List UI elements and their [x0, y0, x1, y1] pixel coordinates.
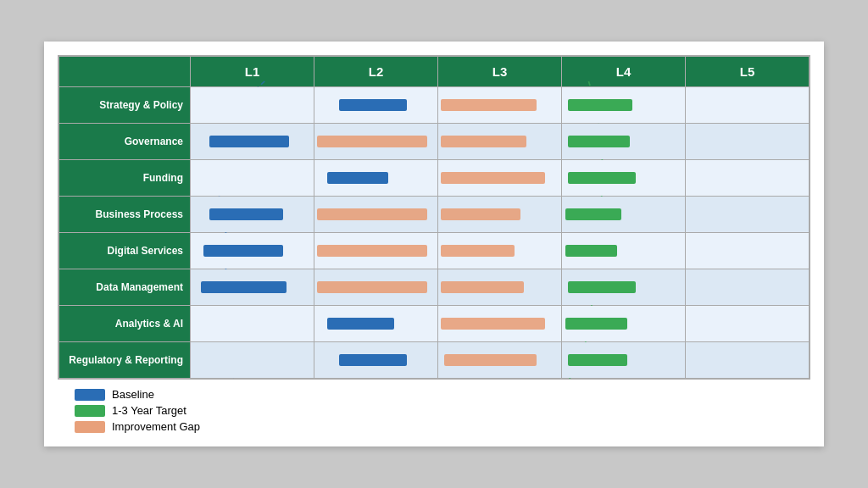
table-row: Funding — [59, 160, 810, 197]
data-cell — [314, 124, 438, 160]
data-cell — [562, 124, 686, 160]
bar-green — [565, 245, 617, 257]
main-card: L1 L2 L3 L4 L5 Strategy & Policy — [44, 42, 824, 446]
data-cell — [438, 160, 562, 197]
row-label: Analytics & AI — [59, 306, 191, 342]
bar-green — [568, 172, 636, 184]
data-cell — [438, 87, 562, 124]
table-row: Business Process — [59, 197, 810, 233]
data-cell — [314, 197, 438, 233]
header-l4: L4 — [562, 57, 686, 87]
bar-blue — [327, 318, 395, 330]
data-cell — [438, 306, 562, 342]
legend-color-blue — [75, 389, 105, 401]
data-cell — [191, 160, 314, 197]
chart-area: L1 L2 L3 L4 L5 Strategy & Policy — [58, 55, 810, 380]
data-cell — [438, 233, 562, 269]
row-label: Funding — [59, 160, 191, 197]
data-cell — [686, 306, 810, 342]
data-cell — [314, 233, 438, 269]
bar-blue — [203, 245, 283, 257]
data-cell — [686, 342, 810, 379]
header-label-col — [59, 57, 191, 87]
data-cell — [191, 233, 314, 269]
data-cell — [686, 197, 810, 233]
bar-green — [568, 281, 636, 293]
legend-item-baseline: Baseline — [75, 388, 810, 401]
data-cell — [314, 160, 438, 197]
bar-orange — [441, 281, 525, 293]
data-cell — [314, 342, 438, 379]
data-cell — [314, 87, 438, 124]
row-label: Data Management — [59, 269, 191, 306]
row-label: Strategy & Policy — [59, 87, 191, 124]
bar-orange — [441, 318, 545, 330]
bar-orange — [444, 354, 537, 366]
row-label: Digital Services — [59, 233, 191, 269]
header-l3: L3 — [438, 57, 562, 87]
data-cell — [191, 124, 314, 160]
data-cell — [562, 87, 686, 124]
bar-blue — [339, 99, 407, 111]
bar-blue — [327, 172, 389, 184]
data-cell — [438, 269, 562, 306]
data-cell — [562, 197, 686, 233]
data-cell — [314, 306, 438, 342]
data-cell — [686, 160, 810, 197]
legend-label-baseline: Baseline — [112, 388, 154, 401]
legend-color-green — [75, 405, 105, 417]
table-row: Analytics & AI — [59, 306, 810, 342]
bar-orange — [317, 281, 428, 293]
data-cell — [562, 306, 686, 342]
bar-orange — [441, 99, 537, 111]
bar-blue — [201, 281, 287, 293]
bar-green — [568, 99, 632, 111]
data-cell — [438, 197, 562, 233]
legend-label-target: 1-3 Year Target — [112, 404, 186, 417]
header-l5: L5 — [686, 57, 810, 87]
legend-item-gap: Improvement Gap — [75, 420, 810, 433]
data-cell — [191, 197, 314, 233]
bar-orange — [317, 136, 428, 147]
row-label: Business Process — [59, 197, 191, 233]
data-cell — [686, 269, 810, 306]
bar-blue — [209, 208, 283, 220]
data-cell — [562, 160, 686, 197]
maturity-table: L1 L2 L3 L4 L5 Strategy & Policy — [58, 56, 810, 379]
data-cell — [191, 342, 314, 379]
bar-green — [568, 136, 630, 147]
data-cell — [191, 269, 314, 306]
bar-green — [568, 354, 627, 366]
data-cell — [314, 269, 438, 306]
data-cell — [562, 342, 686, 379]
data-cell — [686, 233, 810, 269]
data-cell — [686, 87, 810, 124]
bar-orange — [441, 172, 545, 184]
bar-blue — [209, 136, 289, 147]
data-cell — [191, 87, 314, 124]
data-cell — [191, 306, 314, 342]
table-row: Digital Services — [59, 233, 810, 269]
legend-item-target: 1-3 Year Target — [75, 404, 810, 417]
bar-green — [565, 318, 627, 330]
bar-green — [565, 208, 620, 220]
bar-blue — [339, 354, 407, 366]
legend-label-gap: Improvement Gap — [112, 420, 200, 433]
data-cell — [562, 269, 686, 306]
bar-orange — [441, 208, 520, 220]
legend: Baseline 1-3 Year Target Improvement Gap — [58, 388, 810, 433]
data-cell — [438, 124, 562, 160]
table-row: Strategy & Policy — [59, 87, 810, 124]
row-label: Regulatory & Reporting — [59, 342, 191, 379]
table-row: Data Management — [59, 269, 810, 306]
data-cell — [562, 233, 686, 269]
bar-orange — [317, 208, 428, 220]
legend-color-orange — [75, 421, 105, 433]
bar-orange — [441, 245, 515, 257]
data-cell — [686, 124, 810, 160]
table-row: Regulatory & Reporting — [59, 342, 810, 379]
table-row: Governance — [59, 124, 810, 160]
header-l2: L2 — [314, 57, 438, 87]
header-l1: L1 — [191, 57, 314, 87]
bar-orange — [441, 136, 527, 147]
